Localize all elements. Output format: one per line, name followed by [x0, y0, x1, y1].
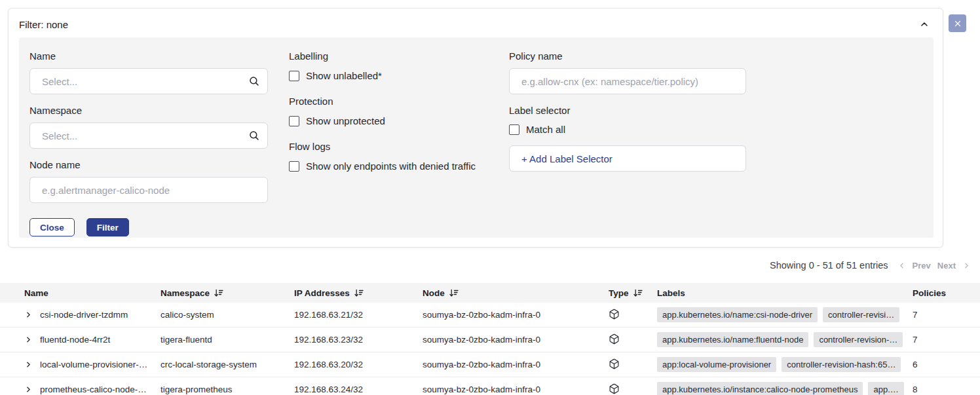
endpoint-name: fluentd-node-4rr2t [40, 335, 110, 345]
match-all-checkbox-row[interactable]: Match all [509, 124, 746, 135]
next-chevron-icon[interactable] [962, 261, 971, 270]
namespace-select-input[interactable] [29, 122, 268, 149]
entries-summary: Showing 0 - 51 of 51 entries [770, 260, 888, 271]
search-icon [248, 130, 260, 141]
endpoint-namespace: tigera-prometheus [160, 385, 294, 394]
pod-cube-icon [609, 337, 620, 347]
col-header-labels: Labels [657, 288, 913, 298]
col-header-type[interactable]: Type [609, 288, 657, 298]
name-field-label: Name [29, 50, 268, 62]
node-name-input[interactable] [29, 177, 268, 203]
pod-cube-icon [609, 386, 620, 395]
endpoint-name: prometheus-calico-node-… [40, 385, 147, 394]
endpoint-namespace: crc-local-storage-system [160, 360, 294, 369]
endpoint-node: soumya-bz-0zbo-kadm-infra-0 [423, 360, 609, 369]
table-row[interactable]: local-volume-provisioner-… crc-local-sto… [0, 352, 980, 377]
endpoint-name: csi-node-driver-tzdmm [40, 310, 128, 320]
endpoint-ip: 192.168.63.24/32 [294, 385, 423, 394]
pod-cube-icon [609, 362, 620, 371]
endpoint-namespace: tigera-fluentd [160, 335, 294, 345]
filter-panel: Filter: none Name Namespace [8, 8, 943, 248]
protection-group-label: Protection [289, 96, 509, 107]
endpoint-ip: 192.168.63.20/32 [294, 360, 423, 369]
show-unprotected-checkbox[interactable] [289, 116, 299, 126]
label-selector-group-label: Label selector [509, 105, 746, 116]
denied-traffic-label: Show only endpoints with denied traffic [306, 160, 476, 172]
table-row[interactable]: fluentd-node-4rr2t tigera-fluentd 192.16… [0, 328, 980, 352]
flow-logs-group-label: Flow logs [289, 141, 509, 152]
row-expand-chevron-icon[interactable] [24, 360, 33, 369]
endpoint-policies-count: 7 [913, 335, 980, 345]
endpoint-node: soumya-bz-0zbo-kadm-infra-0 [423, 310, 609, 320]
sort-icon[interactable] [449, 289, 459, 297]
label-chip: app:local-volume-provisioner [657, 357, 776, 372]
show-unprotected-label: Show unprotected [306, 115, 385, 126]
close-filter-panel-button[interactable] [949, 14, 966, 32]
next-link[interactable]: Next [937, 261, 956, 271]
name-select-input[interactable] [29, 68, 268, 94]
endpoint-name: local-volume-provisioner-… [40, 360, 147, 369]
close-icon [954, 20, 962, 28]
collapse-panel-button[interactable] [918, 18, 931, 31]
show-unprotected-checkbox-row[interactable]: Show unprotected [289, 115, 509, 126]
label-chip: controller-revisi… [823, 307, 899, 322]
col-header-ip-addresses[interactable]: IP Addresses [294, 288, 423, 298]
table-row[interactable]: csi-node-driver-tzdmm calico-system 192.… [0, 303, 980, 328]
label-chip: app.kubernetes.io/instance:calico-node-p… [657, 382, 863, 395]
filter-form: Name Namespace Node name Close Filt [19, 37, 933, 238]
sort-icon[interactable] [354, 289, 364, 297]
chevron-up-icon [919, 22, 930, 31]
col-header-namespace[interactable]: Namespace [160, 288, 294, 298]
prev-chevron-icon[interactable] [897, 261, 906, 270]
policy-name-field-label: Policy name [509, 50, 746, 62]
node-name-field-label: Node name [29, 159, 268, 170]
row-expand-chevron-icon[interactable] [24, 310, 33, 319]
label-chip: app.… [868, 382, 903, 395]
endpoint-namespace: calico-system [160, 310, 294, 320]
endpoint-policies-count: 6 [913, 360, 980, 369]
match-all-label: Match all [526, 124, 565, 135]
label-chip: app.kubernetes.io/name:csi-node-driver [657, 307, 818, 322]
row-expand-chevron-icon[interactable] [24, 335, 33, 344]
denied-traffic-checkbox[interactable] [289, 161, 299, 172]
col-header-policies: Policies [913, 288, 980, 298]
close-button[interactable]: Close [29, 218, 75, 236]
namespace-field-label: Namespace [29, 105, 268, 116]
col-header-node[interactable]: Node [423, 288, 609, 298]
add-label-selector-button[interactable]: + Add Label Selector [509, 145, 746, 172]
policy-name-input[interactable] [509, 68, 746, 94]
endpoints-table: Name Namespace IP Addresses Node Type La… [0, 283, 980, 395]
row-expand-chevron-icon[interactable] [24, 385, 33, 394]
filter-panel-header: Filter: none [9, 9, 943, 31]
endpoint-policies-count: 8 [913, 385, 980, 394]
prev-link[interactable]: Prev [913, 261, 931, 271]
sort-icon[interactable] [633, 289, 643, 297]
endpoint-node: soumya-bz-0zbo-kadm-infra-0 [423, 335, 609, 345]
table-row[interactable]: prometheus-calico-node-… tigera-promethe… [0, 377, 980, 395]
label-chip: controller-revision-hash:65… [782, 357, 901, 372]
search-icon [248, 75, 260, 87]
show-unlabelled-checkbox[interactable] [289, 71, 299, 81]
filter-panel-title: Filter: none [19, 19, 68, 30]
endpoint-node: soumya-bz-0zbo-kadm-infra-0 [423, 385, 609, 394]
sort-icon[interactable] [214, 289, 223, 297]
table-header-row: Name Namespace IP Addresses Node Type La… [0, 283, 980, 303]
label-chip: app.kubernetes.io/name:fluentd-node [657, 332, 808, 347]
pod-cube-icon [609, 312, 620, 322]
pagination-bar: Showing 0 - 51 of 51 entries Prev Next [770, 260, 971, 271]
endpoint-ip: 192.168.63.21/32 [294, 310, 423, 320]
endpoint-ip: 192.168.63.23/32 [294, 335, 423, 345]
col-header-name: Name [24, 288, 160, 298]
label-chip: controller-revision-… [814, 332, 903, 347]
show-unlabelled-label: Show unlabelled* [306, 70, 382, 81]
labelling-group-label: Labelling [289, 50, 509, 62]
filter-button[interactable]: Filter [86, 218, 129, 236]
endpoint-policies-count: 7 [913, 310, 980, 320]
denied-traffic-checkbox-row[interactable]: Show only endpoints with denied traffic [289, 160, 509, 172]
show-unlabelled-checkbox-row[interactable]: Show unlabelled* [289, 70, 509, 81]
match-all-checkbox[interactable] [509, 124, 519, 135]
